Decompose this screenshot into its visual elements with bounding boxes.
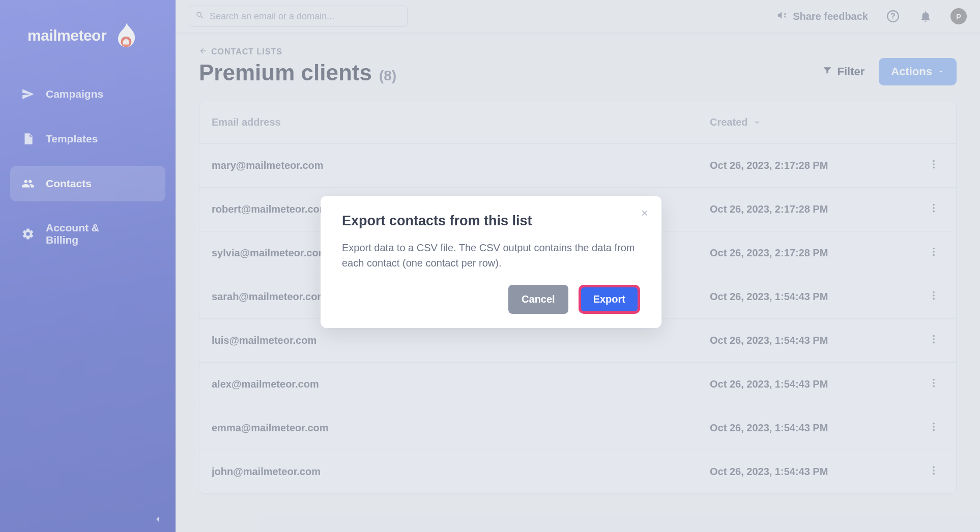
svg-point-7	[933, 207, 935, 209]
contact-created: Oct 26, 2023, 1:54:43 PM	[710, 466, 924, 478]
actions-button[interactable]: Actions	[879, 58, 957, 85]
sidebar-item-label: Account & Billing	[46, 222, 112, 246]
modal-close-button[interactable]: ×	[641, 206, 648, 220]
row-more-button[interactable]	[928, 159, 939, 172]
svg-point-22	[933, 426, 935, 428]
contact-created: Oct 26, 2023, 2:17:28 PM	[710, 203, 924, 215]
sidebar-item-templates[interactable]: Templates	[10, 121, 165, 157]
sidebar: mailmeteor C	[0, 0, 176, 532]
svg-point-17	[933, 342, 935, 344]
svg-point-6	[933, 204, 935, 206]
help-icon[interactable]	[885, 9, 901, 24]
sidebar-item-label: Campaigns	[46, 88, 103, 100]
sidebar-item-label: Contacts	[46, 178, 92, 190]
table-row[interactable]: mary@mailmeteor.com Oct 26, 2023, 2:17:2…	[199, 144, 956, 188]
more-vertical-icon	[928, 246, 939, 257]
search-input[interactable]	[210, 11, 401, 22]
table-row[interactable]: john@mailmeteor.com Oct 26, 2023, 1:54:4…	[199, 450, 956, 494]
contact-email: alex@mailmeteor.com	[212, 378, 710, 390]
table-row[interactable]: alex@mailmeteor.com Oct 26, 2023, 1:54:4…	[199, 363, 956, 406]
svg-point-9	[933, 248, 935, 250]
contact-email: john@mailmeteor.com	[212, 466, 710, 478]
export-button[interactable]: Export	[581, 287, 638, 311]
svg-point-5	[933, 167, 935, 169]
send-icon	[21, 87, 35, 101]
sidebar-item-contacts[interactable]: Contacts	[10, 166, 165, 201]
svg-point-8	[933, 211, 935, 213]
sidebar-item-account-billing[interactable]: Account & Billing	[10, 211, 165, 257]
search-box[interactable]	[189, 6, 408, 27]
more-vertical-icon	[928, 465, 939, 476]
arrow-left-icon	[199, 47, 207, 57]
table-header: Email address Created	[199, 101, 956, 144]
page-header: CONTACT LISTS Premium clients (8) Filter…	[176, 34, 980, 95]
sidebar-nav: Campaigns Templates Contacts Account & B…	[0, 76, 176, 267]
breadcrumb-back[interactable]: CONTACT LISTS	[199, 47, 396, 57]
contact-created: Oct 26, 2023, 1:54:43 PM	[710, 422, 924, 434]
svg-point-3	[933, 160, 935, 162]
svg-point-14	[933, 298, 935, 300]
svg-point-2	[892, 18, 893, 19]
breadcrumb-label: CONTACT LISTS	[211, 47, 282, 56]
row-more-button[interactable]	[928, 465, 939, 479]
contact-email: mary@mailmeteor.com	[212, 160, 710, 171]
arrow-down-icon	[753, 116, 762, 128]
row-more-button[interactable]	[928, 202, 939, 216]
sidebar-collapse-button[interactable]	[152, 514, 163, 527]
more-vertical-icon	[928, 202, 939, 214]
svg-point-11	[933, 254, 935, 256]
more-vertical-icon	[928, 377, 939, 389]
row-more-button[interactable]	[928, 334, 939, 347]
cancel-button[interactable]: Cancel	[508, 285, 568, 314]
brand-name: mailmeteor	[27, 27, 106, 44]
svg-point-26	[933, 473, 935, 475]
svg-point-25	[933, 469, 935, 471]
svg-point-13	[933, 294, 935, 297]
svg-point-10	[933, 251, 935, 253]
contact-email: emma@mailmeteor.com	[212, 422, 710, 434]
export-modal: × Export contacts from this list Export …	[321, 196, 661, 328]
bell-icon[interactable]	[918, 9, 933, 24]
page-title-count: (8)	[379, 68, 396, 84]
modal-footer: Cancel Export	[342, 285, 640, 314]
sidebar-item-label: Templates	[46, 133, 98, 145]
close-icon: ×	[641, 206, 648, 220]
brand-logo[interactable]: mailmeteor	[0, 14, 176, 76]
filter-icon	[822, 65, 832, 78]
filter-label: Filter	[838, 65, 865, 78]
svg-point-12	[933, 291, 935, 293]
svg-point-16	[933, 338, 935, 340]
table-header-email[interactable]: Email address	[212, 116, 710, 128]
table-header-created-label: Created	[710, 116, 747, 128]
svg-point-19	[933, 382, 935, 384]
sidebar-item-campaigns[interactable]: Campaigns	[10, 76, 165, 112]
export-button-highlight: Export	[579, 285, 640, 314]
topbar: Share feedback P	[176, 0, 980, 34]
share-feedback-button[interactable]: Share feedback	[776, 10, 868, 23]
more-vertical-icon	[928, 334, 939, 345]
search-icon	[195, 11, 205, 22]
svg-point-18	[933, 379, 935, 381]
caret-down-icon	[937, 65, 944, 78]
contact-created: Oct 26, 2023, 1:54:43 PM	[710, 335, 924, 346]
flame-icon	[110, 20, 141, 51]
svg-point-23	[933, 429, 935, 431]
avatar-initial: P	[956, 12, 961, 21]
row-more-button[interactable]	[928, 290, 939, 304]
table-header-created[interactable]: Created	[710, 116, 924, 128]
document-icon	[21, 132, 35, 145]
table-row[interactable]: emma@mailmeteor.com Oct 26, 2023, 1:54:4…	[199, 406, 956, 450]
row-more-button[interactable]	[928, 421, 939, 435]
svg-point-21	[933, 423, 935, 425]
megaphone-icon	[776, 10, 788, 23]
filter-button[interactable]: Filter	[822, 65, 865, 78]
actions-label: Actions	[891, 65, 932, 78]
page-title-text: Premium clients	[199, 60, 372, 85]
contact-created: Oct 26, 2023, 1:54:43 PM	[710, 291, 924, 303]
row-more-button[interactable]	[928, 377, 939, 391]
gear-icon	[21, 227, 35, 241]
row-more-button[interactable]	[928, 246, 939, 260]
page-title: Premium clients (8)	[199, 60, 396, 85]
avatar[interactable]: P	[950, 8, 967, 24]
contact-email: luis@mailmeteor.com	[212, 335, 710, 346]
